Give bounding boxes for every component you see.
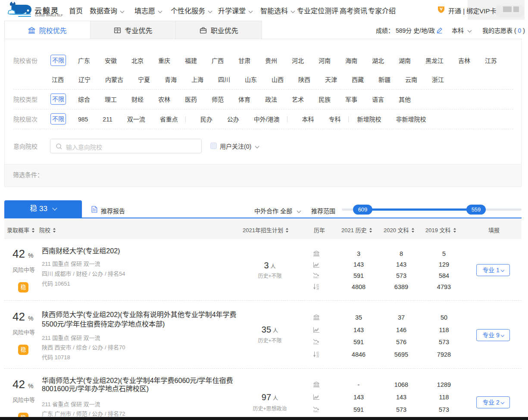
svg-text:位: 位 bbox=[316, 283, 319, 287]
svg-text:次: 次 bbox=[316, 287, 319, 290]
svg-text:位: 位 bbox=[316, 351, 319, 355]
svg-text:次: 次 bbox=[316, 355, 319, 358]
